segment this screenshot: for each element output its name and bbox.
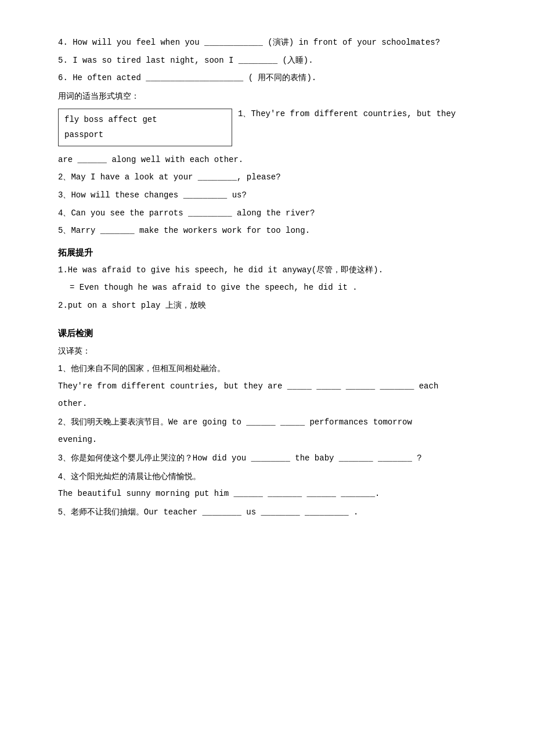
- question-6-line: 6. He often acted ____________________ (…: [58, 70, 488, 86]
- cn2-line: 2、我们明天晚上要表演节目。We are going to ______ ___…: [58, 414, 488, 430]
- vocab-box-row: fly boss affect get passport 1、They're f…: [58, 106, 488, 149]
- cn2-part2-line: evening.: [58, 432, 488, 448]
- q1-inline: 1、They're from different countries, but …: [232, 106, 488, 122]
- vocab-line2: passport: [64, 128, 226, 142]
- cn2-text: 2、我们明天晚上要表演节目。We are going to ______ ___…: [58, 417, 412, 427]
- main-content: 4. How will you feel when you __________…: [58, 35, 488, 520]
- q5-text: 5. I was so tired last night, soon I ___…: [58, 56, 313, 65]
- q5b-text: 5、Marry _______ make the workers work fo…: [58, 226, 310, 235]
- expand-title: 拓展提升: [58, 244, 488, 260]
- q5b-line: 5、Marry _______ make the workers work fo…: [58, 223, 488, 239]
- q4b-line: 4、Can you see the parrots _________ alon…: [58, 206, 488, 221]
- question-5-line: 5. I was so tired last night, soon I ___…: [58, 53, 488, 69]
- q1-part1-text: 1、They're from different countries, but …: [238, 109, 456, 118]
- en1-part2-line: other.: [58, 396, 488, 412]
- instruction-text: 用词的适当形式填空：: [58, 91, 139, 100]
- vocab-line1: fly boss affect get: [64, 113, 226, 127]
- q4b-text: 4、Can you see the parrots _________ alon…: [58, 208, 315, 218]
- expand-1b-line: = Even though he was afraid to give the …: [70, 280, 488, 296]
- en4-line: The beautiful sunny morning put him ____…: [58, 486, 488, 502]
- cn5-line: 5、老师不让我们抽烟。Our teacher ________ us _____…: [58, 504, 488, 520]
- q3-text: 3、How will these changes _________ us?: [58, 190, 247, 200]
- instruction-line: 用词的适当形式填空：: [58, 88, 488, 105]
- expand-1-text: 1.He was afraid to give his speech, he d…: [58, 265, 383, 275]
- cn4-line: 4、这个阳光灿烂的清晨让他心情愉悦。: [58, 469, 488, 484]
- en1-part1-line: They're from different countries, but th…: [58, 379, 488, 394]
- postclass-title: 课后检测: [58, 325, 488, 341]
- expand-2-text: 2.put on a short play 上演，放映: [58, 301, 206, 310]
- cn3-chinese: 3、你是如何使这个婴儿停止哭泣的？: [58, 453, 193, 462]
- expand-1-line: 1.He was afraid to give his speech, he d…: [58, 262, 488, 278]
- q2-text: 2、May I have a look at your ________, pl…: [58, 172, 281, 182]
- q4-text: 4. How will you feel when you __________…: [58, 38, 440, 47]
- cn2-chinese: 2、我们明天晚上要表演节目。: [58, 417, 168, 426]
- q3-line: 3、How will these changes _________ us?: [58, 188, 488, 203]
- q1-part2-line: are ______ along well with each other.: [58, 152, 488, 168]
- question-4-line: 4. How will you feel when you __________…: [58, 35, 488, 51]
- vocab-box: fly boss affect get passport: [58, 109, 232, 146]
- q1-part2-text: are ______ along well with each other.: [58, 155, 243, 164]
- cn3-line: 3、你是如何使这个婴儿停止哭泣的？How did you ________ th…: [58, 450, 488, 466]
- cn5-chinese: 5、老师不让我们抽烟。: [58, 507, 144, 516]
- cn1-line: 1、他们来自不同的国家，但相互间相处融洽。: [58, 361, 488, 376]
- cn3-english: How did you ________ the baby _______ __…: [193, 453, 422, 463]
- postclass-section: 课后检测 汉译英： 1、他们来自不同的国家，但相互间相处融洽。 They're …: [58, 325, 488, 520]
- q6-text: 6. He often acted ____________________ (…: [58, 73, 316, 82]
- expand-2-line: 2.put on a short play 上演，放映: [58, 298, 488, 314]
- q2-line: 2、May I have a look at your ________, pl…: [58, 170, 488, 185]
- translate-label: 汉译英：: [58, 343, 488, 359]
- cn5-english: Our teacher ________ us ________ _______…: [144, 507, 359, 517]
- expand-1b-text: = Even though he was afraid to give the …: [70, 283, 358, 292]
